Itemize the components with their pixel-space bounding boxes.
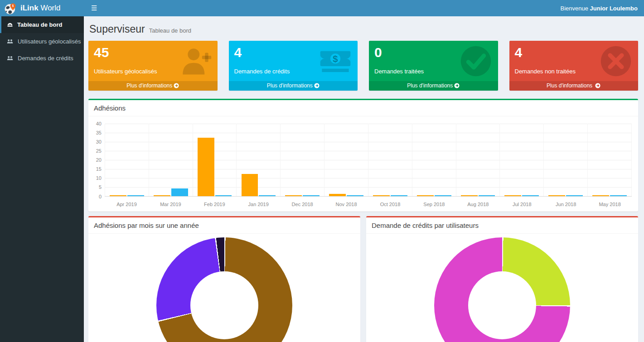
arrow-circle-right-icon — [595, 83, 600, 88]
money-icon: $ — [319, 44, 352, 78]
adhesions-bar-chart: 0510152025303540 — [88, 116, 638, 199]
credits-donut-chart — [434, 237, 570, 342]
credits-donut-box: Demande de crédits par utilisateurs — [366, 216, 638, 342]
bar-chart-plot-area — [105, 124, 632, 197]
bar-series-2-cyan — [259, 195, 276, 196]
x-tick-label: Apr 2019 — [105, 202, 149, 207]
bar-chart-x-labels: Apr 2019Mar 2019Feb 2019Jan 2019Dec 2018… — [105, 202, 632, 212]
more-info-link[interactable]: Plus d'informations — [509, 81, 639, 91]
bar-series-2-cyan — [303, 195, 320, 196]
x-tick-label: Nov 2018 — [324, 202, 368, 207]
times-circle-icon — [599, 44, 633, 78]
bar-group-may-2018 — [587, 124, 632, 196]
bar-group-jul-2018 — [499, 124, 543, 196]
x-tick-label: Jul 2018 — [500, 202, 544, 207]
bar-series-1-orange — [110, 195, 126, 196]
credits-donut-title: Demande de crédits par utilisateurs — [366, 217, 638, 234]
top-navbar: $ iLink World ☰ Bienvenue Junior Loulemb… — [0, 0, 644, 16]
bar-group-jun-2018 — [543, 124, 587, 196]
sidebar-item-label: Tableau de bord — [17, 21, 62, 28]
bar-group-nov-2018 — [324, 124, 368, 196]
bar-series-2-cyan — [566, 195, 583, 196]
bar-series-1-orange — [154, 195, 170, 196]
arrow-circle-right-icon — [454, 83, 460, 88]
svg-text:$: $ — [333, 54, 338, 64]
x-tick-label: May 2018 — [588, 202, 632, 207]
bar-series-1-orange — [285, 195, 302, 196]
x-tick-label: Jun 2018 — [544, 202, 588, 207]
more-info-link[interactable]: Plus d'informations — [229, 81, 358, 91]
x-tick-label: Mar 2019 — [149, 202, 193, 207]
page-header: Superviseur Tableau de bord — [88, 21, 638, 41]
adhesions-chart-box: Adhésions 0510152025303540 Apr 2019Mar 2… — [88, 99, 638, 212]
stat-card-demandes-de-credits: 4 Demandes de crédits $ Plus d'informati… — [229, 41, 358, 91]
bar-group-oct-2018 — [368, 124, 412, 196]
more-info-link[interactable]: Plus d'informations — [88, 81, 218, 91]
sidebar-item-tableau-de-bord[interactable]: Tableau de bord — [0, 16, 84, 33]
donut-charts-row: Adhésions par mois sur une année Demande… — [88, 216, 638, 342]
bar-series-2-cyan — [127, 195, 144, 196]
bar-series-2-cyan — [215, 195, 232, 196]
more-info-link[interactable]: Plus d'informations — [369, 81, 498, 91]
adhesions-donut-chart — [156, 237, 292, 342]
bar-group-sep-2018 — [412, 124, 456, 196]
brand[interactable]: $ iLink World — [0, 0, 84, 16]
bar-series-2-cyan — [610, 195, 627, 196]
bar-group-jan-2019 — [236, 124, 280, 196]
sidebar-item-label: Utilisateurs géolocalisés — [18, 38, 81, 45]
brand-text: iLink World — [20, 4, 61, 13]
bar-series-2-cyan — [435, 195, 451, 196]
bar-series-2-cyan — [479, 195, 495, 196]
bar-series-2-cyan — [522, 195, 539, 196]
main-content: Superviseur Tableau de bord 45 Utilisate… — [84, 16, 644, 342]
bar-series-1-orange — [373, 195, 390, 196]
bar-group-mar-2019 — [149, 124, 193, 196]
x-tick-label: Aug 2018 — [456, 202, 500, 207]
bar-series-2-cyan — [347, 195, 363, 196]
user-plus-icon — [179, 44, 212, 78]
bar-group-feb-2019 — [193, 124, 237, 196]
x-tick-label: Jan 2019 — [237, 202, 281, 207]
dashboard-icon — [7, 22, 13, 28]
bar-series-1-orange — [198, 138, 214, 196]
stat-cards-row: 45 Utilisateurs géolocalisés Plus d'info… — [88, 41, 638, 91]
bar-series-2-cyan — [171, 188, 188, 196]
svg-text:$: $ — [12, 4, 14, 8]
stat-card-demandes-non-traitees: 4 Demandes non traitées Plus d'informati… — [509, 41, 639, 91]
adhesions-donut-box: Adhésions par mois sur une année — [88, 216, 360, 342]
x-tick-label: Dec 2018 — [281, 202, 324, 207]
stat-card-demandes-traitees: 0 Demandes traitées Plus d'informations — [369, 41, 498, 91]
page-title: Superviseur — [89, 23, 145, 35]
bar-series-1-orange — [242, 174, 258, 196]
sidebar-item-demandes-de-credits[interactable]: Demandes de crédits — [0, 50, 84, 67]
page-subtitle: Tableau de bord — [149, 27, 191, 34]
ilink-world-logo-icon: $ — [5, 2, 17, 14]
bar-group-apr-2019 — [105, 124, 149, 196]
bar-series-1-orange — [461, 195, 478, 196]
check-circle-icon — [459, 44, 493, 78]
welcome-text: Bienvenue Junior Loulembo — [560, 5, 644, 12]
bar-chart-y-axis: 0510152025303540 — [91, 124, 105, 197]
adhesions-chart-title: Adhésions — [88, 100, 638, 116]
bar-series-1-orange — [504, 195, 521, 196]
users-icon — [7, 39, 14, 44]
sidebar-toggle-hamburger-icon[interactable]: ☰ — [84, 0, 104, 16]
stat-card-utilisateurs-geolocalises: 45 Utilisateurs géolocalisés Plus d'info… — [88, 41, 218, 91]
bar-series-1-orange — [592, 195, 609, 196]
bar-series-1-orange — [329, 194, 346, 196]
x-tick-label: Oct 2018 — [368, 202, 412, 207]
x-tick-label: Feb 2019 — [193, 202, 237, 207]
bar-series-1-orange — [417, 195, 434, 196]
sidebar-item-utilisateurs-geolocalises[interactable]: Utilisateurs géolocalisés — [0, 33, 84, 50]
sidebar: Tableau de bord Utilisateurs géolocalisé… — [0, 16, 84, 342]
x-tick-label: Sep 2018 — [412, 202, 456, 207]
arrow-circle-right-icon — [174, 83, 179, 88]
sidebar-item-label: Demandes de crédits — [18, 55, 73, 62]
arrow-circle-right-icon — [314, 83, 320, 88]
bar-series-1-orange — [548, 195, 565, 196]
bar-group-aug-2018 — [456, 124, 500, 196]
adhesions-donut-title: Adhésions par mois sur une année — [88, 217, 360, 234]
bar-series-2-cyan — [391, 195, 407, 196]
bar-group-dec-2018 — [280, 124, 324, 196]
users-icon — [7, 55, 14, 61]
